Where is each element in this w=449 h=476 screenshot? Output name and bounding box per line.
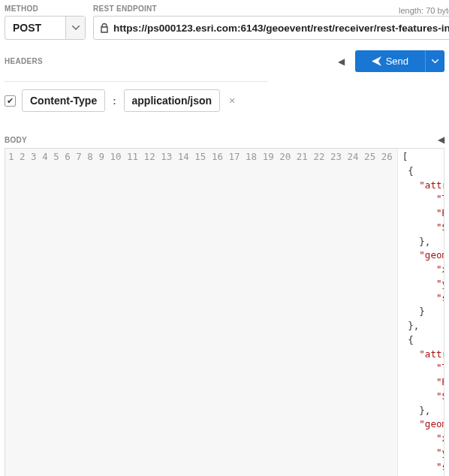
send-dropdown-button[interactable]: [425, 50, 444, 72]
line-gutter: 1 2 3 4 5 6 7 8 9 10 11 12 13 14 15 16 1…: [5, 149, 398, 476]
method-select[interactable]: POST: [5, 16, 86, 40]
send-button-label: Send: [386, 56, 408, 67]
header-colon: :: [111, 95, 117, 107]
headers-label: HEADERS: [5, 57, 43, 65]
collapse-headers-icon[interactable]: ◀: [338, 56, 345, 67]
body-code[interactable]: [ { "attributes": { "TrackID": "AA-1234"…: [398, 149, 444, 476]
lock-icon: [100, 23, 109, 33]
header-enabled-checkbox[interactable]: ✔: [5, 95, 16, 107]
remove-header-button[interactable]: ×: [226, 95, 238, 107]
header-name-input[interactable]: Content-Type: [22, 89, 105, 112]
collapse-body-icon[interactable]: ◀: [438, 134, 444, 145]
method-value: POST: [5, 17, 65, 39]
method-label: METHOD: [5, 5, 86, 13]
body-label: BODY: [5, 136, 27, 144]
endpoint-length: length: 70 bytes: [399, 6, 449, 15]
chevron-down-icon: [72, 26, 80, 30]
body-editor[interactable]: 1 2 3 4 5 6 7 8 9 10 11 12 13 14 15 16 1…: [5, 148, 444, 476]
endpoint-label: REST ENDPOINT: [93, 5, 157, 13]
send-icon: [372, 56, 381, 66]
endpoint-input[interactable]: https://ps000123.esri.com:6143/geoevent/…: [93, 16, 449, 40]
endpoint-url: https://ps000123.esri.com:6143/geoevent/…: [113, 23, 449, 34]
send-button[interactable]: Send: [355, 50, 425, 72]
chevron-down-icon: [432, 59, 438, 63]
header-row: ✔ Content-Type : application/json ×: [5, 81, 267, 112]
header-value-input[interactable]: application/json: [124, 89, 221, 112]
method-dropdown-button[interactable]: [65, 17, 85, 39]
